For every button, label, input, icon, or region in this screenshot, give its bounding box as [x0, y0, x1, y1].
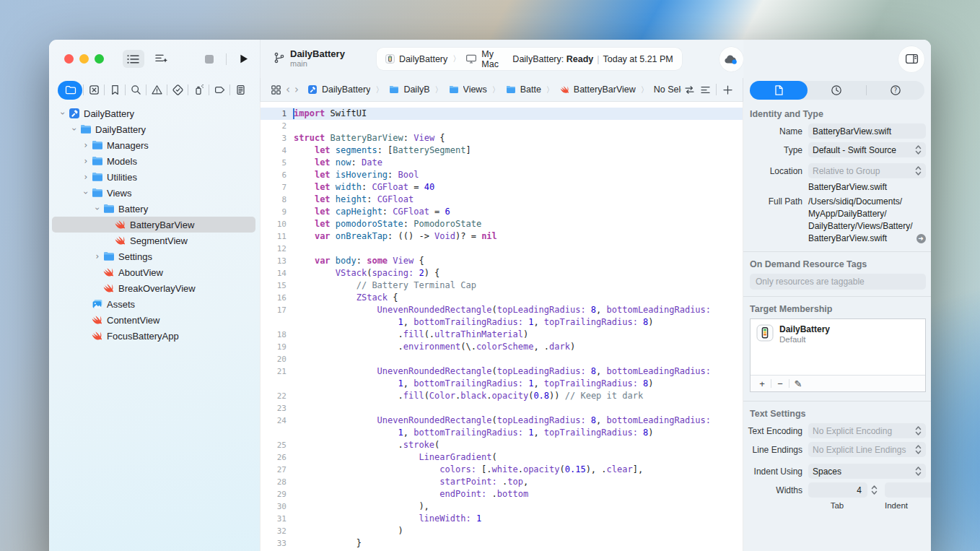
line-number[interactable]: 5 — [261, 157, 286, 169]
line-number[interactable]: 30 — [261, 500, 286, 513]
code-line[interactable]: 1import SwiftUI — [261, 108, 743, 120]
code-line[interactable]: 32 ) — [261, 525, 743, 537]
type-select[interactable]: Default - Swift Source — [808, 142, 926, 157]
code-line[interactable]: 19 .environment(\.colorScheme, .dark) — [261, 341, 743, 353]
tree-row-Utilities[interactable]: ›Utilities — [49, 169, 260, 185]
remove-target-button[interactable]: − — [773, 378, 787, 389]
code-line[interactable]: 26 LinearGradient( — [261, 451, 743, 464]
tree-row-AboutView[interactable]: AboutView — [49, 264, 260, 280]
navigator-tab-xmark-square[interactable] — [84, 81, 103, 100]
code-line[interactable]: 20 — [261, 353, 743, 365]
tree-row-FocusBatteryApp[interactable]: FocusBatteryApp — [49, 328, 260, 344]
navigator-tab-search[interactable] — [126, 81, 145, 100]
disclosure-triangle-icon[interactable]: › — [81, 172, 91, 182]
destination-selector[interactable]: My Mac — [465, 49, 512, 69]
navigator-tab-warning-triangle[interactable] — [147, 81, 166, 100]
disclosure-triangle-icon[interactable]: › — [69, 124, 79, 134]
line-number[interactable]: 31 — [261, 513, 286, 525]
line-number[interactable]: 25 — [261, 439, 286, 451]
code-line[interactable]: 9 let capHeight: CGFloat = 6 — [261, 206, 743, 218]
code-line[interactable]: 22 .fill(Color.black.opacity(0.8)) // Ke… — [261, 390, 743, 402]
back-button[interactable]: ‹ — [286, 83, 290, 96]
line-number[interactable]: 21 — [261, 365, 286, 378]
breadcrumb-dailybattery[interactable]: DailyBattery — [307, 84, 370, 95]
code-line[interactable]: 12 — [261, 243, 743, 255]
stepper-icon[interactable] — [871, 485, 878, 495]
target-row-DailyBattery[interactable]: DailyBatteryDefault — [751, 319, 925, 350]
code-line[interactable]: 1, bottomTrailingRadius: 1, topTrailingR… — [261, 427, 743, 439]
code-line[interactable]: 25 .stroke( — [261, 439, 743, 451]
line-number[interactable]: 7 — [261, 181, 286, 194]
line-endings-select[interactable]: No Explicit Line Endings — [808, 442, 926, 457]
disclosure-triangle-icon[interactable]: › — [81, 140, 91, 150]
line-number[interactable]: 2 — [261, 120, 286, 132]
tree-row-Views[interactable]: ›Views — [49, 185, 260, 201]
line-number[interactable]: 26 — [261, 451, 286, 464]
line-number[interactable]: 15 — [261, 279, 286, 292]
open-in-finder-arrow-icon[interactable]: ➜ — [916, 234, 926, 243]
line-number[interactable]: 24 — [261, 415, 286, 427]
code-line[interactable]: 23 — [261, 402, 743, 415]
code-line[interactable]: 16 ZStack { — [261, 292, 743, 304]
line-number[interactable]: 3 — [261, 132, 286, 144]
tree-row-DailyBattery[interactable]: ›DailyBattery — [49, 121, 260, 137]
line-number[interactable]: 16 — [261, 292, 286, 304]
close-window-button[interactable] — [64, 54, 74, 64]
add-target-button[interactable]: + — [755, 378, 769, 389]
line-number[interactable]: 17 — [261, 304, 286, 316]
line-number[interactable]: 32 — [261, 525, 286, 537]
editor-sparkle-button[interactable] — [150, 50, 172, 68]
code-line[interactable]: 30 ), — [261, 500, 743, 513]
line-number[interactable]: 14 — [261, 267, 286, 279]
disclosure-triangle-icon[interactable]: › — [92, 251, 102, 261]
code-line[interactable]: 33 } — [261, 537, 743, 550]
line-number[interactable]: 9 — [261, 206, 286, 218]
code-line[interactable]: 7 let width: CGFloat = 40 — [261, 181, 743, 194]
inspector-tab-help-circle[interactable]: ? — [867, 81, 924, 100]
line-number[interactable]: 20 — [261, 353, 286, 365]
line-number[interactable]: 4 — [261, 144, 286, 157]
inspector-tab-file-doc[interactable] — [750, 81, 808, 100]
line-number[interactable]: 27 — [261, 464, 286, 476]
toggle-inspector-button[interactable] — [898, 46, 924, 72]
code-line[interactable]: 15 // Battery Terminal Cap — [261, 279, 743, 292]
navigator-tab-diamond-check[interactable] — [168, 81, 187, 100]
tree-row-Managers[interactable]: ›Managers — [49, 137, 260, 153]
disclosure-triangle-icon[interactable]: › — [92, 204, 102, 214]
disclosure-triangle-icon[interactable]: › — [81, 156, 91, 166]
line-number[interactable]: 29 — [261, 488, 286, 500]
line-number[interactable]: 10 — [261, 218, 286, 230]
line-number[interactable]: 19 — [261, 341, 286, 353]
code-line[interactable]: 6 let isHovering: Bool — [261, 169, 743, 181]
code-line[interactable]: 14 VStack(spacing: 2) { — [261, 267, 743, 279]
text-encoding-select[interactable]: No Explicit Encoding — [808, 423, 926, 438]
line-number[interactable]: 1 — [261, 108, 286, 120]
disclosure-triangle-icon[interactable]: › — [58, 108, 68, 118]
tree-row-Settings[interactable]: ›Settings — [49, 248, 260, 264]
line-number[interactable]: 23 — [261, 402, 286, 415]
line-number[interactable]: 22 — [261, 390, 286, 402]
line-number[interactable]: 11 — [261, 230, 286, 243]
tree-row-Assets[interactable]: Assets — [49, 296, 260, 312]
name-field[interactable]: BatteryBarView.swift — [808, 123, 926, 139]
cloud-sync-button[interactable] — [719, 47, 743, 71]
line-number[interactable]: 33 — [261, 537, 286, 550]
forward-button[interactable]: › — [294, 83, 299, 96]
odr-field[interactable]: Only resources are taggable — [750, 274, 926, 290]
navigator-tab-tag[interactable] — [210, 81, 229, 100]
navigator-tab-bookmark[interactable] — [105, 81, 124, 100]
code-line[interactable]: 5 let now: Date — [261, 157, 743, 169]
code-line[interactable]: 13 var body: some View { — [261, 255, 743, 267]
breadcrumb-dailyb[interactable]: DailyB — [388, 84, 429, 95]
indent-width-field[interactable]: 4 — [885, 482, 931, 498]
line-number[interactable]: 18 — [261, 329, 286, 341]
tree-row-BatteryBarView[interactable]: BatteryBarView — [49, 217, 260, 233]
code-line[interactable]: 10 let pomodoroState: PomodoroState — [261, 218, 743, 230]
tree-row-Battery[interactable]: ›Battery — [49, 201, 260, 217]
zoom-window-button[interactable] — [95, 54, 104, 64]
code-line[interactable]: 1, bottomTrailingRadius: 1, topTrailingR… — [261, 378, 743, 390]
breadcrumb-no-selection[interactable]: No Selection — [654, 84, 681, 95]
scheme-selector[interactable]: DailyBattery — [385, 54, 447, 64]
code-line[interactable]: 17 UnevenRoundedRectangle(topLeadingRadi… — [261, 304, 743, 316]
add-editor-button[interactable] — [719, 82, 735, 97]
